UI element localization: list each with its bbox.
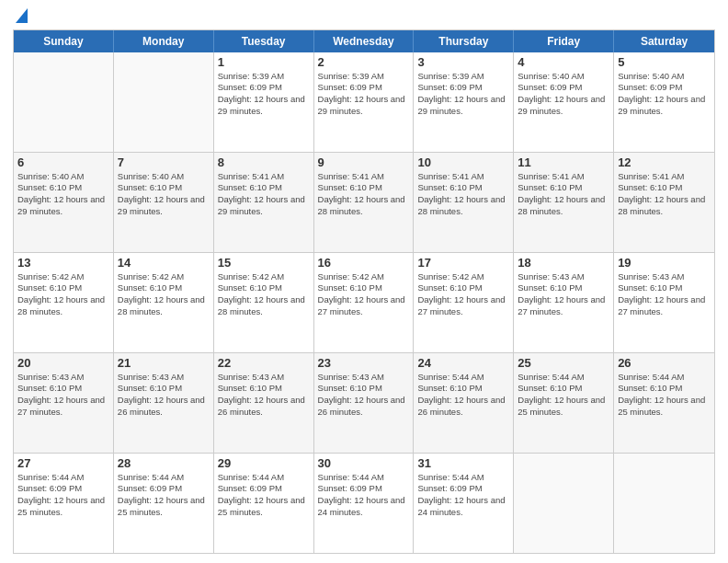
day-info: Sunrise: 5:44 AM Sunset: 6:09 PM Dayligh… — [218, 472, 310, 519]
day-info: Sunrise: 5:41 AM Sunset: 6:10 PM Dayligh… — [417, 171, 509, 218]
day-info: Sunrise: 5:42 AM Sunset: 6:10 PM Dayligh… — [417, 271, 509, 318]
day-info: Sunrise: 5:42 AM Sunset: 6:10 PM Dayligh… — [118, 271, 210, 318]
day-number: 6 — [17, 155, 109, 170]
page: Sunday Monday Tuesday Wednesday Thursday… — [0, 0, 728, 563]
calendar-cell: 24Sunrise: 5:44 AM Sunset: 6:10 PM Dayli… — [414, 353, 514, 453]
day-number: 20 — [17, 356, 109, 371]
calendar-cell: 6Sunrise: 5:40 AM Sunset: 6:10 PM Daylig… — [14, 153, 114, 252]
calendar-cell — [614, 454, 714, 553]
day-number: 26 — [618, 356, 711, 371]
calendar-cell: 10Sunrise: 5:41 AM Sunset: 6:10 PM Dayli… — [414, 153, 514, 252]
calendar-cell: 17Sunrise: 5:42 AM Sunset: 6:10 PM Dayli… — [414, 253, 514, 352]
day-number: 28 — [118, 456, 210, 471]
calendar-cell: 23Sunrise: 5:43 AM Sunset: 6:10 PM Dayli… — [314, 353, 415, 453]
calendar-cell: 22Sunrise: 5:43 AM Sunset: 6:10 PM Dayli… — [214, 353, 314, 453]
day-info: Sunrise: 5:44 AM Sunset: 6:09 PM Dayligh… — [318, 472, 410, 519]
day-number: 15 — [218, 256, 310, 270]
header — [13, 9, 715, 24]
calendar-header: Sunday Monday Tuesday Wednesday Thursday… — [14, 30, 714, 52]
calendar-week-4: 20Sunrise: 5:43 AM Sunset: 6:10 PM Dayli… — [14, 352, 714, 453]
calendar: Sunday Monday Tuesday Wednesday Thursday… — [13, 29, 715, 554]
calendar-week-5: 27Sunrise: 5:44 AM Sunset: 6:09 PM Dayli… — [14, 453, 714, 553]
day-number: 14 — [118, 256, 210, 270]
calendar-cell: 21Sunrise: 5:43 AM Sunset: 6:10 PM Dayli… — [114, 353, 214, 453]
calendar-cell: 20Sunrise: 5:43 AM Sunset: 6:10 PM Dayli… — [14, 353, 114, 453]
day-number: 25 — [518, 356, 609, 371]
day-info: Sunrise: 5:44 AM Sunset: 6:10 PM Dayligh… — [518, 372, 609, 419]
day-number: 12 — [618, 155, 711, 170]
day-info: Sunrise: 5:41 AM Sunset: 6:10 PM Dayligh… — [218, 171, 310, 218]
logo — [13, 9, 28, 24]
header-wednesday: Wednesday — [314, 30, 415, 52]
calendar-cell: 1Sunrise: 5:39 AM Sunset: 6:09 PM Daylig… — [214, 52, 314, 152]
day-number: 11 — [518, 155, 609, 170]
calendar-cell: 12Sunrise: 5:41 AM Sunset: 6:10 PM Dayli… — [614, 153, 714, 252]
calendar-cell: 30Sunrise: 5:44 AM Sunset: 6:09 PM Dayli… — [314, 454, 415, 553]
day-info: Sunrise: 5:41 AM Sunset: 6:10 PM Dayligh… — [518, 171, 609, 218]
calendar-cell: 9Sunrise: 5:41 AM Sunset: 6:10 PM Daylig… — [314, 153, 415, 252]
day-info: Sunrise: 5:42 AM Sunset: 6:10 PM Dayligh… — [17, 271, 109, 318]
day-number: 27 — [17, 456, 109, 471]
calendar-cell: 26Sunrise: 5:44 AM Sunset: 6:10 PM Dayli… — [614, 353, 714, 453]
day-info: Sunrise: 5:42 AM Sunset: 6:10 PM Dayligh… — [218, 271, 310, 318]
day-number: 13 — [17, 256, 109, 270]
day-number: 9 — [318, 155, 410, 170]
day-number: 4 — [518, 55, 609, 70]
day-info: Sunrise: 5:43 AM Sunset: 6:10 PM Dayligh… — [17, 372, 109, 419]
calendar-cell — [514, 454, 614, 553]
day-number: 17 — [417, 256, 509, 270]
day-number: 16 — [318, 256, 410, 270]
calendar-cell: 29Sunrise: 5:44 AM Sunset: 6:09 PM Dayli… — [214, 454, 314, 553]
day-number: 23 — [318, 356, 410, 371]
day-info: Sunrise: 5:41 AM Sunset: 6:10 PM Dayligh… — [318, 171, 410, 218]
day-info: Sunrise: 5:39 AM Sunset: 6:09 PM Dayligh… — [218, 71, 310, 118]
logo-triangle-icon — [16, 8, 28, 23]
day-info: Sunrise: 5:43 AM Sunset: 6:10 PM Dayligh… — [118, 372, 210, 419]
day-info: Sunrise: 5:40 AM Sunset: 6:09 PM Dayligh… — [518, 71, 609, 118]
calendar-week-3: 13Sunrise: 5:42 AM Sunset: 6:10 PM Dayli… — [14, 252, 714, 352]
day-number: 10 — [417, 155, 509, 170]
day-info: Sunrise: 5:44 AM Sunset: 6:09 PM Dayligh… — [17, 472, 109, 519]
calendar-cell: 25Sunrise: 5:44 AM Sunset: 6:10 PM Dayli… — [514, 353, 614, 453]
day-info: Sunrise: 5:43 AM Sunset: 6:10 PM Dayligh… — [318, 372, 410, 419]
day-info: Sunrise: 5:44 AM Sunset: 6:09 PM Dayligh… — [417, 472, 509, 519]
day-info: Sunrise: 5:39 AM Sunset: 6:09 PM Dayligh… — [417, 71, 509, 118]
day-info: Sunrise: 5:43 AM Sunset: 6:10 PM Dayligh… — [518, 271, 609, 318]
day-info: Sunrise: 5:44 AM Sunset: 6:10 PM Dayligh… — [417, 372, 509, 419]
calendar-cell — [114, 52, 214, 152]
calendar-cell: 16Sunrise: 5:42 AM Sunset: 6:10 PM Dayli… — [314, 253, 415, 352]
day-number: 19 — [618, 256, 711, 270]
header-thursday: Thursday — [414, 30, 514, 52]
calendar-cell: 5Sunrise: 5:40 AM Sunset: 6:09 PM Daylig… — [614, 52, 714, 152]
calendar-week-1: 1Sunrise: 5:39 AM Sunset: 6:09 PM Daylig… — [14, 52, 714, 152]
calendar-cell: 18Sunrise: 5:43 AM Sunset: 6:10 PM Dayli… — [514, 253, 614, 352]
day-info: Sunrise: 5:42 AM Sunset: 6:10 PM Dayligh… — [318, 271, 410, 318]
calendar-week-2: 6Sunrise: 5:40 AM Sunset: 6:10 PM Daylig… — [14, 152, 714, 252]
day-number: 2 — [318, 55, 410, 70]
day-number: 31 — [417, 456, 509, 471]
calendar-cell: 4Sunrise: 5:40 AM Sunset: 6:09 PM Daylig… — [514, 52, 614, 152]
calendar-cell: 2Sunrise: 5:39 AM Sunset: 6:09 PM Daylig… — [314, 52, 415, 152]
calendar-cell: 7Sunrise: 5:40 AM Sunset: 6:10 PM Daylig… — [114, 153, 214, 252]
header-tuesday: Tuesday — [214, 30, 314, 52]
calendar-cell: 28Sunrise: 5:44 AM Sunset: 6:09 PM Dayli… — [114, 454, 214, 553]
day-number: 30 — [318, 456, 410, 471]
calendar-cell: 15Sunrise: 5:42 AM Sunset: 6:10 PM Dayli… — [214, 253, 314, 352]
calendar-cell: 13Sunrise: 5:42 AM Sunset: 6:10 PM Dayli… — [14, 253, 114, 352]
header-monday: Monday — [114, 30, 214, 52]
day-info: Sunrise: 5:44 AM Sunset: 6:09 PM Dayligh… — [118, 472, 210, 519]
day-number: 3 — [417, 55, 509, 70]
day-info: Sunrise: 5:39 AM Sunset: 6:09 PM Dayligh… — [318, 71, 410, 118]
day-number: 22 — [218, 356, 310, 371]
day-info: Sunrise: 5:43 AM Sunset: 6:10 PM Dayligh… — [218, 372, 310, 419]
calendar-cell: 14Sunrise: 5:42 AM Sunset: 6:10 PM Dayli… — [114, 253, 214, 352]
day-info: Sunrise: 5:44 AM Sunset: 6:10 PM Dayligh… — [618, 372, 711, 419]
day-number: 29 — [218, 456, 310, 471]
day-number: 1 — [218, 55, 310, 70]
header-friday: Friday — [514, 30, 614, 52]
day-info: Sunrise: 5:40 AM Sunset: 6:10 PM Dayligh… — [17, 171, 109, 218]
calendar-cell: 3Sunrise: 5:39 AM Sunset: 6:09 PM Daylig… — [414, 52, 514, 152]
day-number: 21 — [118, 356, 210, 371]
calendar-body: 1Sunrise: 5:39 AM Sunset: 6:09 PM Daylig… — [14, 52, 714, 553]
day-number: 7 — [118, 155, 210, 170]
